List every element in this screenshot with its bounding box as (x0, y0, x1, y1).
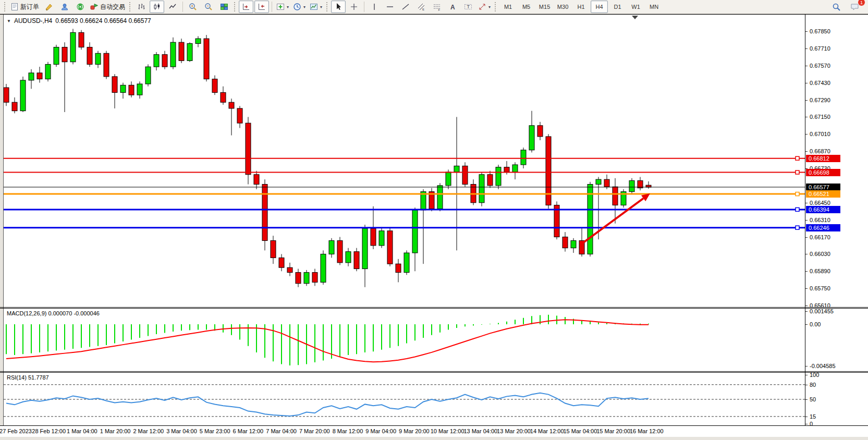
periods-button[interactable]: ▾ (291, 1, 307, 13)
price-tick-label: 0.65890 (810, 268, 830, 274)
autotrade-icon (90, 3, 99, 11)
window-bottom-strip (0, 437, 868, 440)
price-tag: 0.66698 (806, 169, 840, 176)
axis-tick (805, 417, 808, 417)
timeframe-h4[interactable]: H4 (591, 1, 608, 13)
chart-shift-button[interactable] (254, 1, 269, 13)
macd-histogram (6, 315, 649, 365)
templates-button[interactable]: ▾ (308, 1, 324, 13)
group-handle (129, 2, 131, 11)
text-label-tool[interactable]: T (461, 1, 475, 13)
crosshair-tool-button[interactable] (347, 1, 361, 13)
pane-separator (0, 425, 868, 426)
axis-tick (805, 83, 808, 83)
axis-tick (805, 203, 808, 203)
horizontal-line-tool[interactable] (383, 1, 397, 13)
arrows-tool[interactable]: ▾ (476, 1, 492, 13)
time-axis-label: 1 Mar 20:00 (100, 428, 131, 434)
axis-tick (805, 151, 808, 152)
timeframe-h1[interactable]: H1 (572, 1, 590, 13)
tile-windows-button[interactable] (217, 1, 231, 13)
pane-separator[interactable] (0, 308, 868, 309)
group-handle (326, 2, 328, 11)
chart-title-row: ▼ AUDUSD-,H4 0.66593 0.66624 0.66564 0.6… (7, 17, 151, 25)
new-order-label: 新订单 (20, 3, 39, 11)
channel-icon: E (417, 3, 425, 11)
notifications-button[interactable]: 1 (848, 1, 862, 13)
timeframe-m15[interactable]: M15 (536, 1, 553, 13)
market-watch-button[interactable] (42, 1, 56, 13)
vertical-line-tool[interactable] (367, 1, 382, 13)
bar-chart-button[interactable] (134, 1, 149, 13)
trendline-tool[interactable] (398, 1, 413, 13)
axis-tick (805, 271, 808, 272)
time-axis-label: 28 Feb 12:00 (32, 428, 66, 434)
price-tick-label: 0.67570 (810, 63, 830, 69)
axis-tick (805, 66, 808, 66)
profile-button[interactable] (57, 1, 72, 13)
auto-scroll-button[interactable] (239, 1, 253, 13)
time-axis-label: 9 Mar 04:00 (365, 428, 396, 434)
chevron-down-icon: ▾ (488, 5, 491, 9)
pane-separator[interactable] (0, 371, 868, 372)
axis-tick (805, 305, 808, 306)
new-order-button[interactable]: 新订单 (9, 1, 41, 13)
search-button[interactable] (829, 1, 843, 13)
price-tick-label: 0.66450 (810, 200, 830, 206)
time-axis-label: 13 Mar 04:00 (463, 428, 497, 434)
chart-title: AUDUSD-,H4 (14, 17, 52, 25)
chart-window: ▼ AUDUSD-,H4 0.66593 0.66624 0.66564 0.6… (0, 14, 868, 440)
crosshair-icon (350, 3, 358, 11)
cursor-icon (334, 3, 343, 11)
line-chart-button[interactable] (165, 1, 180, 13)
svg-text:T: T (467, 4, 470, 9)
pane-separator[interactable] (0, 372, 868, 373)
zoom-out-button[interactable] (201, 1, 216, 13)
macd-indicator-label: MACD(12,26,9) 0.000070 -0.000046 (7, 310, 100, 316)
time-axis-label: 15 Mar 04:00 (563, 428, 597, 434)
axis-tick (805, 375, 808, 375)
equidistant-channel-tool[interactable]: E (414, 1, 429, 13)
svg-text:A: A (450, 4, 455, 11)
chart-shift-marker[interactable] (632, 16, 638, 19)
fibonacci-tool[interactable]: F (430, 1, 444, 13)
timeframe-w1[interactable]: W1 (627, 1, 644, 13)
pane-separator[interactable] (0, 307, 868, 308)
signals-button[interactable] (73, 1, 88, 13)
axis-tick (805, 254, 808, 254)
price-tick-label: 0.67150 (810, 114, 830, 120)
svg-text:E: E (422, 8, 424, 11)
bar-chart-icon (137, 3, 145, 11)
axis-tick (805, 424, 808, 424)
text-tool[interactable]: A (445, 1, 460, 13)
indicators-button[interactable]: ▾ (275, 1, 290, 13)
macd-scale-label: 0.001455 (810, 308, 834, 314)
zoom-in-button[interactable] (186, 1, 200, 13)
profile-icon (60, 3, 69, 11)
price-tag: 0.66246 (806, 224, 840, 231)
timeframe-d1[interactable]: D1 (609, 1, 626, 13)
cursor-tool-button[interactable] (331, 1, 346, 13)
level-lines[interactable] (4, 156, 805, 229)
timeframe-mn[interactable]: MN (645, 1, 663, 13)
autotrade-button[interactable]: 自动交易 (89, 1, 127, 13)
trendline-icon (401, 3, 410, 11)
auto-scroll-icon (242, 3, 250, 11)
chevron-down-icon: ▾ (320, 5, 322, 9)
text-label-icon: T (464, 3, 472, 11)
chart-canvas[interactable] (4, 14, 805, 425)
chevron-down-icon[interactable]: ▼ (7, 19, 11, 23)
rsi-indicator-label: RSI(14) 51.7787 (7, 374, 49, 381)
time-axis-label: 27 Feb 2023 (0, 428, 32, 434)
window-left-strip (0, 14, 4, 437)
axis-tick (805, 134, 808, 135)
price-tick-label: 0.66030 (810, 251, 830, 257)
time-axis-label: 15 Mar 20:00 (596, 428, 630, 434)
timeframe-m30[interactable]: M30 (554, 1, 571, 13)
candlestick-chart-button[interactable] (150, 1, 164, 13)
timeframe-m1[interactable]: M1 (499, 1, 517, 13)
timeframe-m5[interactable]: M5 (518, 1, 535, 13)
separator (364, 2, 364, 12)
axis-tick (805, 220, 808, 221)
axis-tick (805, 48, 808, 49)
